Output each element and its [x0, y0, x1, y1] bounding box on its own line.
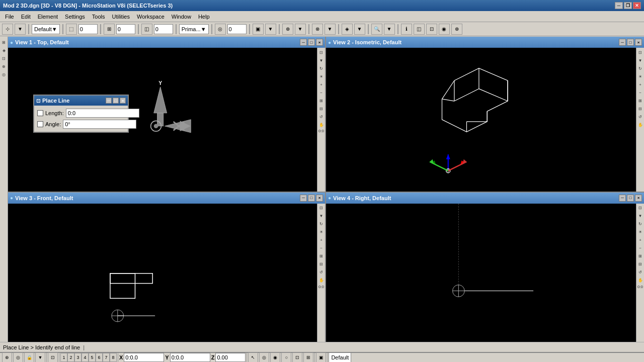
model-indicator[interactable]: ▣ — [316, 352, 326, 362]
toolbar-num1[interactable] — [78, 24, 98, 34]
v3-btn2[interactable]: ▼ — [318, 213, 325, 220]
toolbar-num2[interactable] — [116, 24, 135, 34]
menu-window[interactable]: Window — [169, 13, 194, 21]
menu-help[interactable]: Help — [195, 13, 213, 21]
v4-btn6[interactable]: − — [637, 245, 644, 252]
tool-icon2[interactable]: ⊞ — [104, 24, 115, 35]
v3-btn10[interactable]: ✋ — [318, 277, 325, 284]
dialog-minimize[interactable]: ─ — [106, 98, 112, 104]
view2-content[interactable] — [326, 48, 636, 192]
menu-file[interactable]: File — [2, 13, 17, 21]
v2-btn9[interactable]: ↺ — [637, 113, 644, 120]
v1-btn-rotate2[interactable]: ↺ — [318, 113, 325, 120]
v3-btn9[interactable]: ↺ — [318, 269, 325, 276]
view2-maximize[interactable]: □ — [627, 39, 634, 46]
snap-mode-btn[interactable]: ◎ — [13, 352, 23, 362]
tool-icon5[interactable]: ▼ — [265, 24, 276, 35]
v4-btn1[interactable]: ⊡ — [637, 205, 644, 212]
view-num-4[interactable]: 4 — [82, 353, 89, 362]
tool-icon12[interactable]: ▼ — [384, 24, 395, 35]
snap-btn2[interactable]: ◎ — [259, 352, 269, 362]
snap-btn5[interactable]: ⊡ — [292, 352, 302, 362]
menu-settings[interactable]: Settings — [62, 13, 88, 21]
v3-btn7[interactable]: ⊞ — [318, 253, 325, 260]
v1-btn-frame2[interactable]: ⊟ — [318, 105, 325, 112]
dialog-maximize[interactable]: □ — [113, 98, 119, 104]
tool-icon1[interactable]: ⬚ — [66, 24, 77, 35]
v2-btn4[interactable]: ☀ — [637, 73, 644, 80]
active-level-dropdown[interactable]: Default▼ — [32, 24, 60, 34]
sidebar-btn5[interactable]: ◎ — [1, 71, 8, 78]
v3-btn5[interactable]: + — [318, 237, 325, 244]
v3-btn3[interactable]: ↻ — [318, 221, 325, 228]
tool-icon3[interactable]: ◫ — [141, 24, 152, 35]
tool-icon6[interactable]: ⊕ — [282, 24, 293, 35]
v1-btn-pan[interactable]: ✋ — [318, 121, 325, 128]
v2-btn5[interactable]: + — [637, 81, 644, 88]
tool-select[interactable]: ⊹ — [2, 24, 13, 35]
tool-icon7[interactable]: ▼ — [295, 24, 306, 35]
tool-icon4[interactable]: ▣ — [253, 24, 264, 35]
pointer-btn[interactable]: ↖ — [248, 352, 258, 362]
view3-maximize[interactable]: □ — [308, 195, 315, 202]
v4-btn4[interactable]: ☀ — [637, 229, 644, 236]
v4-btn10[interactable]: ✋ — [637, 277, 644, 284]
v1-btn-frame[interactable]: ⊞ — [318, 97, 325, 104]
angle-input[interactable] — [63, 120, 136, 129]
sidebar-btn4[interactable]: ⊕ — [1, 63, 8, 70]
tool-icon13[interactable]: ℹ — [401, 24, 412, 35]
v2-btn10[interactable]: ✋ — [637, 121, 644, 128]
v2-btn6[interactable]: − — [637, 89, 644, 96]
active-model-dropdown[interactable]: Default — [329, 352, 351, 362]
v4-btn9[interactable]: ↺ — [637, 269, 644, 276]
v3-btn6[interactable]: − — [318, 245, 325, 252]
v3-btn1[interactable]: ⊡ — [318, 205, 325, 212]
view4-close[interactable]: × — [635, 195, 642, 202]
v2-btn2[interactable]: ▼ — [637, 57, 644, 64]
view3-close[interactable]: × — [316, 195, 323, 202]
view1-close[interactable]: × — [316, 39, 323, 46]
toolbar-snap-num[interactable] — [227, 24, 247, 34]
tool-icon16[interactable]: ◉ — [439, 24, 450, 35]
v1-btn-down[interactable]: ▼ — [318, 57, 325, 64]
tool-icon10[interactable]: ◈ — [342, 24, 353, 35]
toolbar-num3[interactable] — [154, 24, 173, 34]
lock-dropdown[interactable]: ▼ — [35, 352, 45, 362]
tool-zoom[interactable]: 🔍 — [371, 24, 382, 35]
view-num-1[interactable]: 1 — [60, 353, 67, 362]
tool-dropdown-arrow[interactable]: ▼ — [15, 24, 26, 35]
view-toggle-btn[interactable]: ⊡ — [48, 352, 58, 362]
v3-btn8[interactable]: ⊟ — [318, 261, 325, 268]
menu-element[interactable]: Element — [35, 13, 61, 21]
v4-btn2[interactable]: ▼ — [637, 213, 644, 220]
dialog-close[interactable]: × — [120, 98, 126, 104]
v1-btn-zoomout[interactable]: − — [318, 89, 325, 96]
tool-icon8[interactable]: ⊗ — [312, 24, 323, 35]
x-coord-input[interactable] — [124, 353, 164, 362]
v2-btn3[interactable]: ↻ — [637, 65, 644, 72]
view-num-7[interactable]: 7 — [103, 353, 110, 362]
v2-btn8[interactable]: ⊟ — [637, 105, 644, 112]
angle-checkbox[interactable] — [37, 121, 43, 127]
snap-btn[interactable]: ◎ — [215, 24, 226, 35]
menu-tools[interactable]: Tools — [89, 13, 108, 21]
v3-btn4[interactable]: ☀ — [318, 229, 325, 236]
restore-button[interactable]: ❐ — [624, 2, 632, 9]
sidebar-btn1[interactable]: ⊞ — [1, 39, 8, 46]
menu-edit[interactable]: Edit — [18, 13, 34, 21]
v4-btn7[interactable]: ⊞ — [637, 253, 644, 260]
minimize-button[interactable]: ─ — [615, 2, 623, 9]
tool-icon14[interactable]: ◫ — [414, 24, 425, 35]
snap-btn3[interactable]: ◉ — [270, 352, 280, 362]
v1-btn-zoomin[interactable]: + — [318, 81, 325, 88]
active-color-dropdown[interactable]: Prima...▼ — [179, 24, 209, 34]
v1-btn-rotate[interactable]: ↻ — [318, 65, 325, 72]
snap-btn6[interactable]: ⊞ — [303, 352, 313, 362]
snap-toggle-btn[interactable]: ⊕ — [2, 352, 12, 362]
close-button[interactable]: ✕ — [633, 2, 641, 9]
view-num-6[interactable]: 6 — [96, 353, 103, 362]
view-num-3[interactable]: 3 — [74, 353, 82, 362]
lock-btn[interactable]: 🔒 — [24, 352, 34, 362]
view4-maximize[interactable]: □ — [627, 195, 634, 202]
view1-maximize[interactable]: □ — [308, 39, 315, 46]
